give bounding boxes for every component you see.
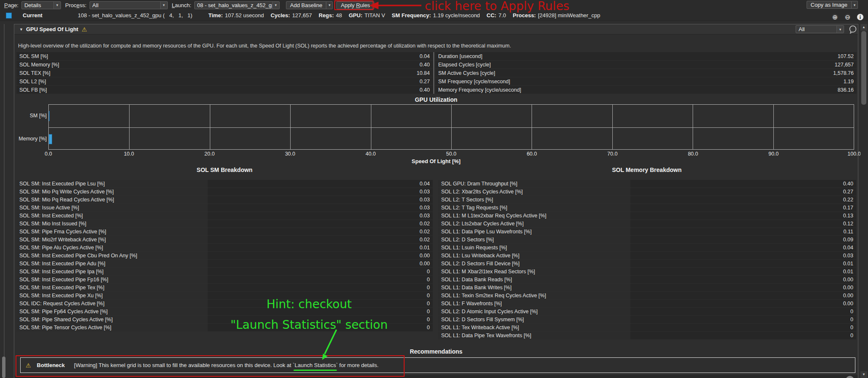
- metric-value: 0.00: [630, 301, 856, 307]
- metric-value: 0.01: [208, 245, 433, 251]
- metric-value: 0.02: [208, 221, 433, 227]
- zoom-in-button[interactable]: ⊕: [831, 13, 839, 21]
- metric-value: 0.03: [208, 197, 433, 203]
- table-row[interactable]: SM Frequency [cycle/nsecond]1.19: [435, 77, 857, 85]
- table-row[interactable]: SOL L2 [%]0.27: [16, 77, 433, 85]
- utilization-bar[interactable]: [49, 134, 52, 144]
- table-row[interactable]: SOL SM: Pipe Shared Cycles Active [%]0: [16, 316, 433, 323]
- table-row[interactable]: SOL SM: Issue Active [%]0.03: [16, 204, 433, 211]
- pane-splitter[interactable]: [4, 24, 5, 378]
- page-dropdown[interactable]: Details ▾: [21, 1, 61, 9]
- table-row[interactable]: SOL TEX [%]10.84: [16, 69, 433, 77]
- table-row[interactable]: SOL SM: Inst Executed Pipe Xu [%]0: [16, 292, 433, 299]
- table-row[interactable]: SOL SM [%]0.04: [16, 52, 433, 60]
- metric-value: 0.02: [208, 237, 433, 243]
- process-dropdown[interactable]: All ▾: [90, 1, 168, 9]
- vertical-scrollbar[interactable]: ▲ ▼: [860, 24, 867, 378]
- table-row[interactable]: SOL L2: D Atomic Input Cycles Active [%]…: [438, 308, 856, 315]
- table-row[interactable]: SOL SM: Mio Pq Read Cycles Active [%]0.0…: [16, 196, 433, 204]
- table-row[interactable]: SOL SM: Inst Executed Pipe Fp16 [%]0: [16, 276, 433, 283]
- table-row[interactable]: SOL L1: Lsu Writeback Active [%]0.03: [438, 252, 856, 259]
- copy-as-image-button[interactable]: Copy as Image: [807, 1, 852, 9]
- comment-icon[interactable]: [848, 25, 857, 34]
- table-row[interactable]: SOL GPU: Dram Throughput [%]0.40: [438, 180, 856, 188]
- table-row[interactable]: SOL FB [%]0.40: [16, 86, 433, 94]
- table-row[interactable]: SOL IDC: Request Cycles Active [%]0: [16, 300, 433, 307]
- table-row[interactable]: SOL L1: Texin Sm2tex Req Cycles Active […: [438, 292, 856, 299]
- apply-rules-button[interactable]: Apply Rules: [336, 1, 374, 9]
- table-row[interactable]: SOL SM: Mio Inst Issued [%]0.02: [16, 220, 433, 227]
- table-row[interactable]: SOL L1: Data Pipe Lsu Wavefronts [%]0.11: [438, 228, 856, 235]
- table-row[interactable]: SOL L2: Lts2xbar Cycles Active [%]0.12: [438, 220, 856, 227]
- table-row[interactable]: SOL L1: M Xbar2l1tex Read Sectors [%]0.0…: [438, 268, 856, 275]
- table-row[interactable]: SOL L1: F Wavefronts [%]0.00: [438, 300, 856, 307]
- metric-label: SOL SM: Inst Executed Pipe Lsu [%]: [16, 180, 208, 188]
- table-row[interactable]: SOL SM: Mio2rf Writeback Active [%]0.02: [16, 236, 433, 243]
- table-row[interactable]: SOL L1: Data Pipe Tex Wavefronts [%]0: [438, 332, 856, 339]
- metric-value: 0.01: [630, 261, 856, 267]
- table-row[interactable]: SOL SM: Inst Executed Pipe Ipa [%]0: [16, 268, 433, 275]
- table-row[interactable]: SOL SM: Inst Executed [%]0.03: [16, 212, 433, 219]
- table-row[interactable]: SM Active Cycles [cycle]1,578.76: [435, 69, 857, 77]
- kernel-stats: Time:107.52 usecondCycles:127,657Regs:48…: [201, 12, 600, 19]
- table-row[interactable]: SOL SM: Inst Executed Pipe Tex [%]0: [16, 284, 433, 291]
- table-row[interactable]: SOL L2: T Sectors [%]0.22: [438, 196, 856, 204]
- table-row[interactable]: SOL SM: Pipe Fma Cycles Active [%]0.02: [16, 228, 433, 235]
- chevron-down-icon: ▾: [160, 2, 167, 9]
- launch-statistics-link[interactable]: `Launch Statistics`: [293, 362, 338, 368]
- metric-label: Memory Frequency [cycle/usecond]: [435, 87, 838, 93]
- warning-icon: ⚠: [82, 26, 87, 33]
- metric-label: SOL L1: Data Pipe Lsu Wavefronts [%]: [438, 228, 630, 235]
- metric-value: 0.01: [630, 269, 856, 275]
- add-baseline-button[interactable]: Add Baseline: [286, 1, 327, 9]
- table-row[interactable]: SOL L1: Lsuin Requests [%]0.04: [438, 244, 856, 251]
- metric-label: SOL GPU: Dram Throughput [%]: [438, 180, 630, 188]
- table-row[interactable]: SOL L2: D Sectors [%]0.09: [438, 236, 856, 243]
- process-label: Process:: [65, 2, 87, 8]
- table-row[interactable]: Elapsed Cycles [cycle]127,657: [435, 61, 857, 69]
- stat-value: [24928] miniWeather_cpp: [538, 12, 600, 19]
- chevron-down-icon: ▾: [854, 3, 856, 7]
- metric-value: 0.04: [420, 53, 433, 59]
- table-row[interactable]: SOL L2: T Tag Requests [%]0.17: [438, 204, 856, 211]
- zoom-out-button[interactable]: ⊖: [844, 13, 851, 21]
- table-row[interactable]: SOL L2: Xbar2lts Cycles Active [%]0.27: [438, 188, 856, 196]
- copy-as-image-dropdown-arrow[interactable]: ▾: [852, 1, 858, 9]
- table-row[interactable]: SOL L2: D Sectors Fill Sysmem [%]0: [438, 316, 856, 323]
- metric-value: 1,578.76: [833, 70, 857, 76]
- utilization-bar[interactable]: [49, 111, 50, 121]
- table-row[interactable]: SOL SM: Pipe Alu Cycles Active [%]0.01: [16, 244, 433, 251]
- section-header[interactable]: ▼ GPU Speed Of Light ⚠ All ▾: [14, 24, 858, 34]
- table-row[interactable]: SOL SM: Pipe Fp64 Cycles Active [%]0: [16, 308, 433, 315]
- table-row[interactable]: SOL L2: D Sectors Fill Device [%]0.01: [438, 260, 856, 267]
- table-row[interactable]: SOL L1: M L1tex2xbar Req Cycles Active […: [438, 212, 856, 219]
- metric-value: 0: [208, 285, 433, 291]
- scroll-up-arrow[interactable]: ▲: [860, 24, 867, 31]
- table-row[interactable]: SOL SM: Mio Pq Write Cycles Active [%]0.…: [16, 188, 433, 196]
- info-button[interactable]: i: [857, 13, 864, 21]
- table-row[interactable]: Memory Frequency [cycle/usecond]836.16: [435, 86, 857, 94]
- section-filter-dropdown[interactable]: All ▾: [796, 25, 844, 33]
- launch-dropdown[interactable]: 08 - set_halo_values_z_452_gpu ▾: [194, 1, 280, 9]
- nsight-compute-details-page: Page: Details ▾ Process: All ▾ Launch: 0…: [0, 0, 868, 378]
- table-row[interactable]: SOL SM: Inst Executed Pipe Lsu [%]0.04: [16, 180, 433, 188]
- chart-y-label: Memory [%]: [15, 136, 47, 142]
- table-row[interactable]: SOL SM: Inst Executed Pipe Cbu Pred On A…: [16, 252, 433, 259]
- table-row[interactable]: SOL Memory [%]0.40: [16, 61, 433, 69]
- table-row[interactable]: Duration [usecond]107.52: [435, 52, 857, 60]
- add-baseline-dropdown-arrow[interactable]: ▾: [326, 1, 333, 9]
- scroll-down-arrow[interactable]: ▼: [860, 371, 867, 378]
- stat-label: Cycles:: [270, 12, 290, 19]
- table-row[interactable]: SOL SM: Inst Executed Pipe Adu [%]0.00: [16, 260, 433, 267]
- scrollbar-thumb[interactable]: [861, 31, 866, 105]
- table-row[interactable]: SOL L1: Tex Writeback Active [%]0: [438, 324, 856, 331]
- metric-value: 0.17: [630, 205, 856, 211]
- current-kernel-row[interactable]: Current 108 - set_halo_values_z_452_gpu …: [0, 10, 868, 21]
- table-row[interactable]: SOL L1: Data Bank Reads [%]0.00: [438, 276, 856, 283]
- table-row[interactable]: SOL SM: Pipe Tensor Cycles Active [%]0: [16, 324, 433, 331]
- collapse-arrow-icon[interactable]: ▼: [19, 27, 23, 32]
- metric-value: 0.00: [630, 285, 856, 291]
- left-scrollbar-thumb[interactable]: [2, 357, 5, 378]
- table-row[interactable]: SOL L1: Data Bank Writes [%]0.00: [438, 284, 856, 291]
- toolbar: Page: Details ▾ Process: All ▾ Launch: 0…: [0, 0, 868, 10]
